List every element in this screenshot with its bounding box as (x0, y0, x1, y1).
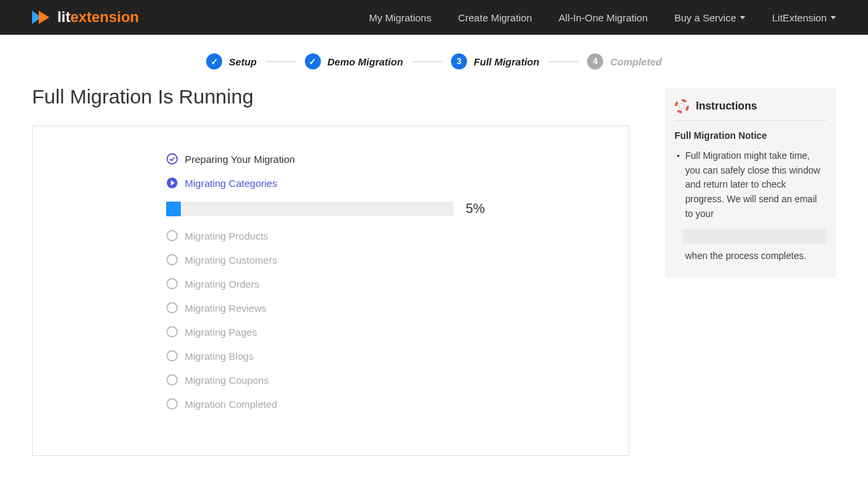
task-label: Migrating Orders (185, 278, 260, 290)
task-label: Migrating Pages (185, 326, 257, 338)
step-number-badge: 4 (587, 53, 603, 69)
svg-point-2 (167, 154, 177, 164)
svg-point-11 (167, 375, 177, 385)
task-preparing: Preparing Your Migration (166, 153, 495, 165)
progress-bar (166, 202, 454, 216)
notice-title: Full Migration Notice (675, 130, 827, 141)
wizard-steps: ✓ Setup ✓ Demo Migration 3 Full Migratio… (0, 35, 868, 85)
svg-point-13 (676, 100, 688, 112)
task-label: Migration Completed (185, 399, 277, 410)
notice-item: Full Migration might take time, you can … (677, 149, 827, 221)
step-divider (548, 61, 578, 62)
task-label: Migrating Products (185, 230, 268, 242)
nav-buy-service[interactable]: Buy a Service (675, 12, 746, 23)
brand-text: litextension (57, 9, 139, 26)
nav-create-migration[interactable]: Create Migration (458, 12, 532, 23)
step-divider (266, 61, 296, 62)
lifering-icon (675, 99, 689, 113)
page-title: Full Migration Is Running (32, 85, 629, 108)
primary-nav: My Migrations Create Migration All-In-On… (369, 12, 836, 23)
instructions-heading: Instructions (696, 100, 757, 112)
email-placeholder-box (683, 229, 827, 244)
task-reviews: Migrating Reviews (166, 302, 495, 314)
step-demo[interactable]: ✓ Demo Migration (305, 53, 403, 69)
progress-percent: 5% (466, 201, 495, 216)
play-circle-icon (166, 177, 178, 189)
top-nav-bar: litextension My Migrations Create Migrat… (0, 0, 868, 35)
svg-point-10 (167, 351, 177, 361)
task-label: Migrating Coupons (185, 375, 269, 386)
task-label: Preparing Your Migration (185, 154, 295, 165)
svg-point-5 (167, 231, 177, 241)
task-label: Migrating Reviews (185, 302, 267, 314)
progress-fill (166, 202, 181, 216)
brand-logo[interactable]: litextension (32, 9, 139, 26)
circle-icon (166, 302, 178, 314)
circle-icon (166, 230, 178, 242)
notice-tail: when the process completes. (675, 249, 827, 263)
check-icon: ✓ (305, 53, 321, 69)
svg-point-7 (167, 279, 177, 289)
task-coupons: Migrating Coupons (166, 374, 495, 386)
nav-my-migrations[interactable]: My Migrations (369, 12, 431, 23)
check-circle-icon (166, 153, 178, 165)
circle-icon (166, 350, 178, 362)
check-icon: ✓ (206, 53, 222, 69)
circle-icon (166, 374, 178, 386)
task-categories: Migrating Categories (166, 177, 495, 189)
chevron-down-icon (831, 16, 836, 19)
chevron-down-icon (740, 16, 745, 19)
step-number-badge: 3 (451, 53, 467, 69)
instructions-panel: Instructions Full Migration Notice Full … (665, 88, 836, 278)
task-label: Migrating Customers (185, 254, 277, 266)
progress-row: 5% (166, 201, 495, 216)
circle-icon (166, 254, 178, 266)
circle-icon (166, 326, 178, 338)
task-label: Migrating Categories (185, 178, 277, 189)
step-setup[interactable]: ✓ Setup (206, 53, 257, 69)
circle-icon (166, 398, 178, 410)
task-label: Migrating Blogs (185, 350, 254, 362)
svg-point-6 (167, 255, 177, 265)
task-blogs: Migrating Blogs (166, 350, 495, 362)
task-products: Migrating Products (166, 230, 495, 242)
migration-progress-panel: Preparing Your Migration Migrating Categ… (32, 126, 629, 456)
task-pages: Migrating Pages (166, 326, 495, 338)
svg-point-14 (679, 103, 685, 109)
step-full[interactable]: 3 Full Migration (451, 53, 539, 69)
step-divider (412, 61, 442, 62)
task-orders: Migrating Orders (166, 278, 495, 290)
circle-icon (166, 278, 178, 290)
svg-point-12 (167, 399, 177, 409)
nav-litextension[interactable]: LitExtension (772, 12, 836, 23)
task-customers: Migrating Customers (166, 254, 495, 266)
svg-point-9 (167, 327, 177, 337)
step-completed: 4 Completed (587, 53, 662, 69)
svg-marker-1 (39, 11, 49, 24)
svg-point-8 (167, 303, 177, 313)
nav-all-in-one[interactable]: All-In-One Migration (558, 12, 647, 23)
task-migration-completed: Migration Completed (166, 398, 495, 410)
logo-icon (32, 9, 52, 25)
